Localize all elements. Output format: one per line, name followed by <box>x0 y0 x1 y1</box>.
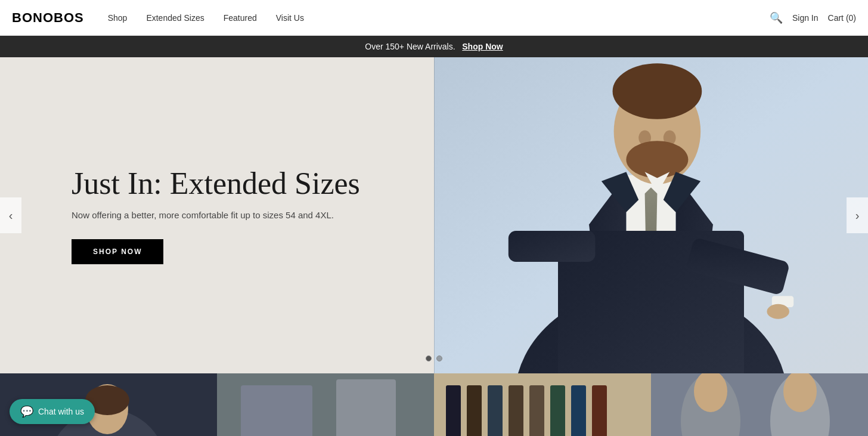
nav-shop[interactable]: Shop <box>108 13 128 23</box>
nav-extended-sizes[interactable]: Extended Sizes <box>146 13 204 23</box>
announcement-link[interactable]: Shop Now <box>462 42 503 51</box>
svg-rect-24 <box>241 385 312 436</box>
bottom-panel-4[interactable] <box>651 373 868 436</box>
svg-point-16 <box>767 304 789 319</box>
svg-rect-27 <box>446 385 461 436</box>
hero-slide-1: Just In: Extended Sizes Now offering a b… <box>0 57 868 373</box>
svg-rect-28 <box>467 385 482 436</box>
hero-title: Just In: Extended Sizes <box>72 166 360 200</box>
arrow-left-icon: ‹ <box>9 209 13 222</box>
announcement-text: Over 150+ New Arrivals. <box>365 42 455 51</box>
svg-rect-25 <box>336 379 396 436</box>
hero-left-panel: Just In: Extended Sizes Now offering a b… <box>0 57 434 373</box>
slider-prev-button[interactable]: ‹ <box>0 197 21 233</box>
svg-point-11 <box>626 141 688 178</box>
svg-point-18 <box>664 131 676 146</box>
main-nav: Shop Extended Sizes Featured Visit Us <box>108 13 770 23</box>
svg-rect-34 <box>592 385 607 436</box>
slider-next-button[interactable]: › <box>847 197 868 233</box>
nav-visit-us[interactable]: Visit Us <box>276 13 304 23</box>
svg-rect-8 <box>509 231 596 262</box>
bottom-panel-3[interactable] <box>434 373 651 436</box>
sign-in-link[interactable]: Sign In <box>792 13 819 23</box>
hero-slider: Just In: Extended Sizes Now offering a b… <box>0 57 868 373</box>
hero-image <box>434 57 868 373</box>
cart-link[interactable]: Cart (0) <box>828 13 856 23</box>
svg-rect-29 <box>488 385 503 436</box>
svg-rect-32 <box>550 385 565 436</box>
nav-featured[interactable]: Featured <box>224 13 257 23</box>
hero-subtitle: Now offering a better, more comfortable … <box>72 210 334 220</box>
site-header: BONOBOS Shop Extended Sizes Featured Vis… <box>0 0 868 36</box>
svg-point-17 <box>638 131 651 146</box>
bottom-panel-2[interactable] <box>217 373 434 436</box>
chat-widget[interactable]: 💬 Chat with us <box>10 399 95 424</box>
svg-point-10 <box>613 63 702 119</box>
site-logo[interactable]: BONOBOS <box>12 10 84 26</box>
arrow-right-icon: › <box>855 209 860 222</box>
svg-rect-30 <box>509 385 523 436</box>
bottom-preview-strip <box>0 373 868 436</box>
svg-rect-31 <box>529 385 544 436</box>
chat-label: Chat with us <box>38 407 84 416</box>
search-button[interactable]: 🔍 <box>770 11 783 24</box>
svg-rect-33 <box>571 385 586 436</box>
hero-right-panel <box>434 57 868 373</box>
slider-dot-1[interactable] <box>426 355 432 361</box>
slider-dot-2[interactable] <box>436 355 442 361</box>
announcement-bar: Over 150+ New Arrivals. Shop Now <box>0 36 868 57</box>
shop-now-button[interactable]: SHOP NOW <box>72 239 163 264</box>
header-right-actions: 🔍 Sign In Cart (0) <box>770 11 856 24</box>
slider-dots <box>426 355 442 361</box>
search-icon: 🔍 <box>770 12 783 24</box>
chat-bubble-icon: 💬 <box>20 405 33 418</box>
